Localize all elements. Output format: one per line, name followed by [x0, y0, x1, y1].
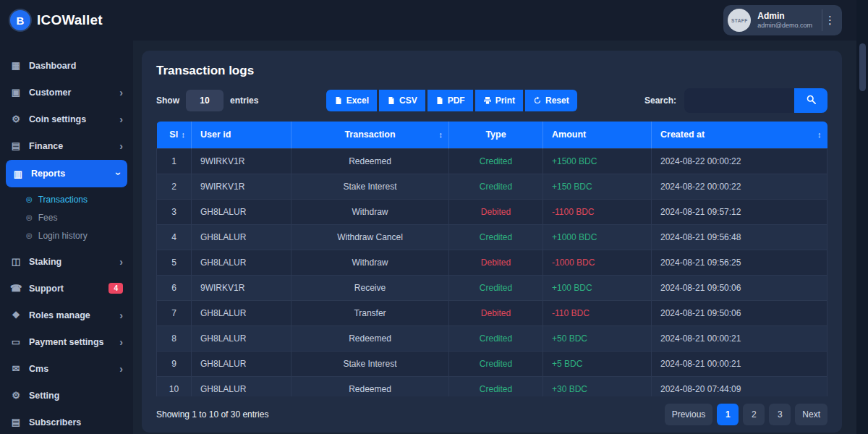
cell-type: Credited [449, 148, 543, 174]
scrollbar-track[interactable] [856, 0, 868, 434]
table-row: 29WIRKV1RStake InterestCredited+150 BDC2… [157, 174, 827, 199]
sidebar-subitem-label: Fees [38, 213, 58, 223]
cell-sl: 8 [157, 326, 192, 351]
cell-transaction: Withdraw [292, 250, 449, 275]
main-content: Transaction logs Show 10 entries ExcelCS… [133, 41, 868, 434]
export-button-label: Print [495, 95, 515, 106]
chevron-right-icon: › [119, 257, 123, 267]
cell-user-id: GH8LALUR [192, 199, 292, 224]
column-header-sl[interactable]: Sl↕ [157, 122, 192, 148]
coin-logo-icon: B [10, 10, 30, 30]
column-header-type[interactable]: Type [449, 122, 543, 148]
sidebar-item-reports[interactable]: ▥Reports› [6, 160, 127, 187]
cell-user-id: 9WIRKV1R [192, 275, 292, 300]
finance-icon: ▤ [10, 140, 22, 151]
cell-transaction: Receive [292, 275, 449, 300]
column-header-created-at[interactable]: Created at↕ [652, 122, 827, 148]
search-input[interactable] [684, 88, 794, 113]
search-button[interactable] [794, 88, 827, 113]
sidebar-item-dashboard[interactable]: ▦Dashboard [0, 52, 133, 79]
cell-amount: +30 BDC [543, 376, 652, 396]
search-control: Search: [644, 88, 827, 113]
sidebar-subitem-login-history[interactable]: ◎Login history [0, 226, 133, 244]
next-button[interactable]: Next [795, 404, 827, 425]
cell-transaction: Withdraw [292, 199, 449, 224]
page-title: Transaction logs [156, 64, 827, 78]
export-button-label: Reset [545, 95, 569, 106]
cell-user-id: GH8LALUR [192, 224, 292, 250]
sidebar-subitem-fees[interactable]: ◎Fees [0, 208, 133, 226]
column-header-label: User id [200, 129, 282, 140]
sidebar-item-label: Setting [29, 391, 59, 401]
column-header-amount[interactable]: Amount [543, 122, 652, 148]
staking-icon: ◫ [10, 256, 22, 267]
previous-button[interactable]: Previous [665, 404, 713, 425]
subscribers-icon: ▤ [10, 417, 22, 427]
print-icon [483, 96, 492, 105]
cell-amount: +100 BDC [543, 275, 652, 300]
cell-sl: 5 [157, 250, 192, 275]
brand-logo[interactable]: B ICOWallet [0, 10, 133, 30]
cell-transaction: Stake Interest [292, 351, 449, 376]
sidebar-item-label: Support [29, 284, 64, 294]
sidebar-item-support[interactable]: ☎Support4 [0, 275, 133, 302]
sidebar-item-label: Customer [29, 88, 71, 98]
column-header-label: Sl [166, 129, 183, 140]
cell-created-at: 2024-08-22 00:00:22 [652, 174, 827, 199]
table-row: 4GH8LALURWithdraw CancelCredited+1000 BD… [157, 224, 827, 250]
cell-amount: -1100 BDC [543, 199, 652, 224]
cell-amount: +1500 BDC [543, 148, 652, 174]
coin-settings-icon: ⚙ [10, 114, 22, 124]
sidebar-item-label: Subscribers [29, 417, 81, 427]
support-icon: ☎ [10, 283, 22, 294]
excel-file-icon [334, 96, 343, 105]
reset-button[interactable]: Reset [525, 90, 577, 111]
cell-amount: -1000 BDC [543, 250, 652, 275]
sidebar-subitem-label: Transactions [38, 195, 88, 205]
cell-user-id: GH8LALUR [192, 250, 292, 275]
sidebar-item-setting[interactable]: ⚙Setting [0, 382, 133, 409]
sidebar-item-payment-settings[interactable]: ▭Payment settings› [0, 328, 133, 355]
entries-select[interactable]: 10 [186, 90, 224, 111]
excel-button[interactable]: Excel [326, 90, 377, 111]
entries-control: Show 10 entries [156, 90, 258, 111]
sidebar-item-finance[interactable]: ▤Finance› [0, 132, 133, 159]
csv-button[interactable]: CSV [379, 90, 425, 111]
table-body: 19WIRKV1RRedeemedCredited+1500 BDC2024-0… [157, 148, 827, 396]
setting-icon: ⚙ [10, 390, 22, 401]
page-1-button[interactable]: 1 [717, 404, 739, 425]
cell-transaction: Withdraw Cancel [292, 224, 449, 250]
cell-created-at: 2024-08-21 00:00:21 [652, 351, 827, 376]
sidebar-item-coin-settings[interactable]: ⚙Coin settings› [0, 106, 133, 132]
table-row: 69WIRKV1RReceiveCredited+100 BDC2024-08-… [157, 275, 827, 300]
pdf-button[interactable]: PDF [427, 90, 473, 111]
sidebar-item-subscribers[interactable]: ▤Subscribers [0, 409, 133, 434]
cell-sl: 9 [157, 351, 192, 376]
column-header-transaction[interactable]: Transaction↕ [292, 122, 449, 148]
page-2-button[interactable]: 2 [743, 404, 765, 425]
cell-amount: +1000 BDC [543, 224, 652, 250]
cell-amount: +5 BDC [543, 351, 652, 376]
chevron-right-icon: › [119, 141, 123, 151]
user-menu[interactable]: STAFF Admin admin@demo.com ⋮ [723, 5, 842, 35]
table-header-row: Sl↕User idTransaction↕TypeAmountCreated … [157, 122, 827, 148]
page-3-button[interactable]: 3 [769, 404, 791, 425]
chevron-right-icon: › [119, 88, 123, 98]
dashboard-icon: ▦ [10, 60, 22, 71]
print-button[interactable]: Print [475, 90, 523, 111]
sidebar-subitem-transactions[interactable]: ◎Transactions [0, 190, 133, 208]
reports-icon: ▥ [12, 169, 24, 179]
sidebar-item-cms[interactable]: ✉Cms› [0, 355, 133, 382]
cms-icon: ✉ [10, 363, 22, 374]
cell-created-at: 2024-08-21 00:00:21 [652, 326, 827, 351]
column-header-user-id[interactable]: User id [192, 122, 292, 148]
scrollbar-thumb[interactable] [859, 43, 866, 91]
sidebar-item-customer[interactable]: ▣Customer› [0, 79, 133, 106]
table-row: 19WIRKV1RRedeemedCredited+1500 BDC2024-0… [157, 148, 827, 174]
cell-created-at: 2024-08-21 09:57:12 [652, 199, 827, 224]
sidebar-item-staking[interactable]: ◫Staking› [0, 248, 133, 275]
kebab-menu-icon[interactable]: ⋮ [822, 9, 838, 31]
chevron-right-icon: › [119, 337, 123, 347]
search-label: Search: [644, 95, 676, 106]
sidebar-item-roles-manage[interactable]: ❖Roles manage› [0, 302, 133, 328]
